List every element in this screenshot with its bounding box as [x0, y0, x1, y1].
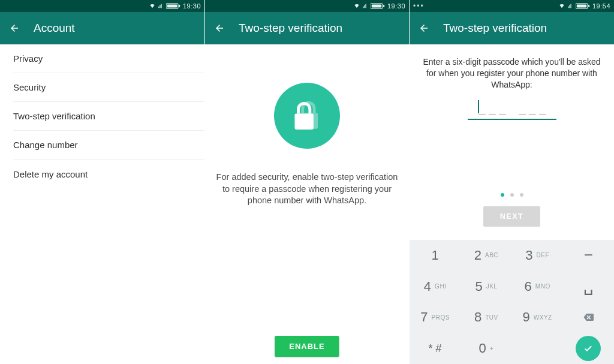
svg-rect-2	[179, 5, 180, 7]
code-slot: _	[489, 101, 495, 115]
check-icon	[583, 343, 594, 354]
key-3[interactable]: 3DEF	[512, 240, 563, 271]
page-title: Two-step verification	[239, 22, 342, 35]
code-body: Enter a six-digit passcode which you'll …	[410, 44, 614, 227]
status-time: 19:30	[183, 2, 201, 10]
key-minus[interactable]: −	[563, 240, 614, 271]
back-icon[interactable]	[6, 20, 23, 37]
list-item-change-number[interactable]: Change number	[13, 131, 204, 160]
lock-badge	[274, 83, 340, 149]
two-step-intro-screen: 19:30 Two-step verification For added se…	[204, 0, 409, 364]
code-slot: _	[479, 101, 484, 115]
intro-body: For added security, enable two-step veri…	[205, 44, 409, 364]
wifi-icon	[149, 3, 155, 9]
code-slot: _	[540, 101, 545, 115]
back-icon[interactable]	[416, 20, 432, 37]
list-item-security[interactable]: Security	[13, 73, 204, 102]
backspace-icon	[583, 312, 594, 323]
page-title: Account	[34, 22, 75, 35]
svg-rect-7	[294, 113, 313, 130]
app-bar: Account	[0, 12, 204, 44]
status-time: 19:30	[387, 2, 405, 10]
pager-dot	[520, 193, 523, 197]
passcode-group-2: _ _ _	[519, 101, 545, 115]
key-backspace[interactable]	[563, 302, 614, 333]
status-time: 19:54	[592, 2, 610, 10]
wifi-icon	[354, 3, 360, 9]
status-more-icon: •••	[413, 2, 425, 10]
battery-icon	[576, 3, 590, 9]
key-6[interactable]: 6MNO	[512, 271, 563, 302]
list-item-privacy[interactable]: Privacy	[13, 44, 204, 73]
code-slot: _	[499, 101, 505, 115]
code-slot: _	[529, 101, 535, 115]
list-item-two-step[interactable]: Two-step verification	[13, 102, 204, 131]
svg-rect-1	[167, 5, 176, 8]
svg-rect-10	[588, 5, 589, 7]
key-star-hash[interactable]: * #	[410, 333, 460, 364]
key-space[interactable]: ␣	[563, 271, 614, 302]
key-1[interactable]: 1	[410, 240, 460, 271]
number-keypad: 1 2ABC 3DEF − 4GHI 5JKL 6MNO ␣ 7PRQS 8TU…	[410, 240, 614, 364]
two-step-code-screen: ••• 19:54 Two-step verification Enter a …	[409, 0, 614, 364]
instruction-text: Enter a six-digit passcode which you'll …	[423, 56, 601, 91]
confirm-fab	[576, 336, 601, 361]
page-title: Two-step verification	[443, 22, 547, 35]
back-icon[interactable]	[211, 20, 228, 37]
app-bar: Two-step verification	[205, 12, 409, 44]
key-0[interactable]: 0+	[460, 333, 511, 364]
status-bar: 19:30	[205, 0, 409, 12]
enable-button[interactable]: ENABLE	[275, 336, 339, 357]
key-7[interactable]: 7PRQS	[410, 302, 460, 333]
app-bar: Two-step verification	[410, 12, 614, 44]
status-bar: 19:30	[0, 0, 204, 12]
code-slot: _	[519, 101, 525, 115]
battery-icon	[166, 3, 180, 9]
svg-rect-5	[383, 5, 384, 7]
key-confirm[interactable]	[563, 333, 614, 364]
next-button[interactable]: NEXT	[483, 206, 540, 227]
intro-description: For added security, enable two-step veri…	[216, 172, 398, 207]
pager-dot	[510, 193, 514, 197]
lock-icon	[290, 98, 324, 133]
wifi-icon	[559, 3, 565, 9]
signal-icon	[362, 3, 368, 9]
key-2[interactable]: 2ABC	[460, 240, 511, 271]
key-9[interactable]: 9WXYZ	[512, 302, 563, 333]
list-item-delete-account[interactable]: Delete my account	[13, 160, 204, 188]
signal-icon	[567, 3, 573, 9]
status-bar: ••• 19:54	[410, 0, 614, 12]
svg-rect-9	[576, 5, 586, 8]
settings-list: Privacy Security Two-step verification C…	[0, 44, 204, 188]
battery-icon	[371, 3, 385, 9]
key-5[interactable]: 5JKL	[460, 271, 511, 302]
signal-icon	[158, 3, 164, 9]
svg-rect-4	[371, 5, 381, 8]
key-8[interactable]: 8TUV	[460, 302, 511, 333]
account-screen: 19:30 Account Privacy Security Two-step …	[0, 0, 204, 364]
passcode-group-1: _ _ _	[479, 101, 505, 115]
key-empty	[512, 333, 563, 364]
key-4[interactable]: 4GHI	[410, 271, 460, 302]
passcode-input[interactable]: _ _ _ _ _ _	[468, 101, 556, 120]
pager-dot	[501, 193, 504, 197]
page-indicator	[423, 193, 601, 197]
